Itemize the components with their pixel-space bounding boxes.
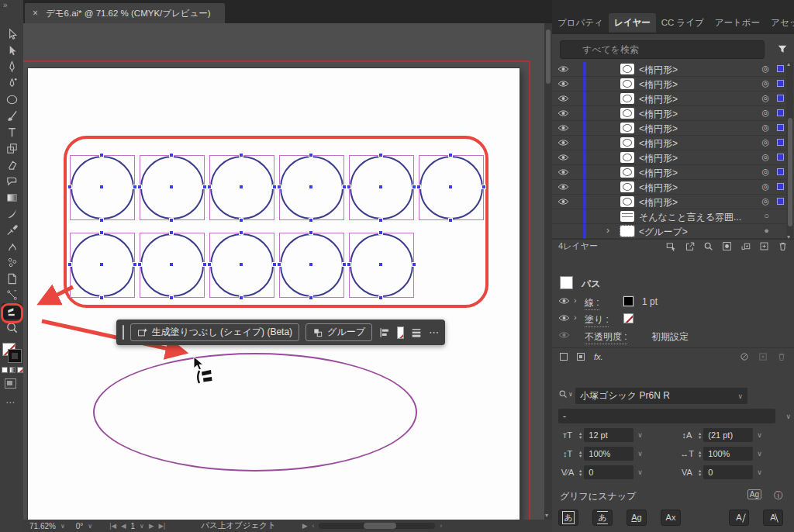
fill-label[interactable]: 塗り : — [585, 313, 609, 327]
horizontal-scrollbar-thumb[interactable] — [364, 523, 396, 529]
layer-name[interactable]: <楕円形> — [639, 152, 678, 165]
layer-row[interactable]: <楕円形>◎ — [552, 180, 794, 195]
glyph-snap-option-2[interactable]: Ag — [627, 510, 647, 526]
layer-thumbnail[interactable] — [620, 226, 634, 237]
selected-circle-object[interactable] — [349, 155, 414, 220]
layers-scrollbar[interactable]: ▴ ▾ — [786, 62, 793, 239]
selected-circle-object[interactable] — [279, 155, 344, 220]
canvas[interactable]: 生成塗りつぶし (シェイプ) (Beta) グループ ⋯ — [23, 23, 544, 520]
selection-chip[interactable] — [777, 95, 784, 102]
target-icon[interactable]: ◎ — [761, 167, 769, 177]
generative-fill-button[interactable]: 生成塗りつぶし (シェイプ) (Beta) — [130, 323, 300, 341]
target-icon[interactable]: ◎ — [761, 64, 769, 74]
tab-CC ライブ[interactable]: CC ライブ — [656, 13, 709, 33]
layer-thumbnail[interactable] — [620, 93, 634, 104]
gradient-tool[interactable] — [0, 189, 23, 206]
layer-name[interactable]: <グループ> — [639, 226, 688, 239]
layers-search-input[interactable] — [560, 40, 765, 59]
twirl-tool[interactable] — [0, 238, 23, 254]
visibility-eye-icon[interactable] — [558, 139, 569, 147]
visibility-eye-icon[interactable] — [558, 65, 569, 73]
layer-thumbnail[interactable] — [620, 196, 634, 207]
target-icon[interactable]: ◎ — [761, 196, 769, 206]
target-icon[interactable]: ● — [764, 226, 769, 235]
layer-name[interactable]: そんなこと言える雰囲... — [639, 211, 741, 224]
target-icon[interactable]: ◎ — [761, 78, 769, 88]
layer-name[interactable]: <楕円形> — [639, 123, 678, 136]
glyph-snap-option-3[interactable]: Ax — [661, 510, 681, 526]
selected-circle-object[interactable] — [70, 233, 135, 298]
layer-thumbnail[interactable] — [620, 78, 634, 89]
glyph-snap-option-0[interactable]: あ — [558, 510, 578, 526]
filter-funnel-icon[interactable] — [777, 43, 788, 54]
target-icon[interactable]: ◎ — [761, 123, 769, 133]
pen-tool[interactable] — [0, 59, 23, 75]
duplicate-item-icon[interactable] — [758, 352, 768, 361]
export-icon[interactable] — [685, 241, 695, 251]
add-stroke-icon[interactable] — [560, 353, 568, 361]
scroll-left-icon[interactable]: ‹ — [312, 522, 315, 530]
selected-circle-object[interactable] — [140, 233, 205, 298]
selected-circle-object[interactable] — [140, 155, 205, 220]
layer-thumbnail[interactable] — [620, 123, 634, 133]
visibility-eye-icon[interactable] — [558, 80, 569, 88]
eyedropper-tool[interactable] — [0, 222, 23, 238]
visibility-eye-icon[interactable] — [558, 124, 569, 132]
selection-chip[interactable] — [777, 154, 784, 161]
layer-row[interactable]: <楕円形>◎ — [552, 121, 794, 136]
vertical-scrollbar-thumb[interactable] — [546, 29, 551, 84]
layer-row[interactable]: <楕円形>◎ — [552, 150, 794, 165]
shaper-tool[interactable] — [0, 173, 23, 189]
layer-row[interactable]: <楕円形>◎ — [552, 62, 794, 77]
layer-row[interactable]: <楕円形>◎ — [552, 195, 794, 209]
layer-thumbnail[interactable] — [620, 137, 634, 148]
artboard[interactable] — [28, 68, 520, 520]
next-page-icon[interactable]: ▶ — [149, 522, 154, 530]
stroke-row[interactable]: › 線 : 1 pt — [552, 293, 794, 310]
first-page-icon[interactable]: |◀ — [109, 522, 116, 530]
layer-name[interactable]: <楕円形> — [639, 108, 678, 121]
selected-circle-object[interactable] — [279, 233, 344, 298]
zoom-level[interactable]: 71.62% — [29, 522, 56, 530]
opacity-row[interactable]: 不透明度 : 初期設定 — [552, 327, 794, 344]
stroke-swatch[interactable] — [9, 350, 21, 362]
add-fill-icon[interactable] — [577, 353, 585, 361]
font-family-field[interactable]: 小塚ゴシック Pr6N R ∨ — [575, 388, 747, 404]
selection-chip[interactable] — [777, 80, 784, 87]
opacity-label[interactable]: 不透明度 : — [585, 330, 627, 344]
stroke-label[interactable]: 線 : — [585, 296, 599, 310]
layer-row[interactable]: そんなこと言える雰囲...○ — [552, 209, 794, 224]
visibility-eye-icon[interactable] — [558, 168, 569, 176]
layer-name[interactable]: <楕円形> — [639, 93, 678, 106]
visibility-eye-icon[interactable] — [558, 183, 569, 191]
layer-name[interactable]: <楕円形> — [639, 196, 678, 209]
knife-tool[interactable] — [0, 206, 23, 222]
eraser-tool[interactable] — [0, 157, 23, 173]
font-style-field[interactable]: - — [558, 409, 775, 423]
rotation-value[interactable]: 0° — [76, 522, 84, 530]
selected-circle-object[interactable] — [419, 155, 484, 220]
document-tab[interactable]: × デモ6.ai* @ 71.62 % (CMYK/プレビュー) — [25, 3, 225, 23]
page-dropdown-icon[interactable]: ∨ — [140, 523, 144, 530]
expand-arrow-icon[interactable]: › — [574, 295, 577, 305]
layer-thumbnail[interactable] — [620, 152, 634, 163]
target-icon[interactable]: ◎ — [761, 152, 769, 162]
status-expand-icon[interactable]: ▶ — [302, 522, 308, 530]
layer-name[interactable]: <楕円形> — [639, 181, 678, 195]
layer-row[interactable]: <楕円形>◎ — [552, 77, 794, 92]
visibility-eye-icon[interactable] — [558, 109, 569, 117]
stroke-weight-icon[interactable] — [410, 326, 423, 339]
scroll-right-icon[interactable]: › — [440, 522, 442, 530]
free-transform-tool[interactable] — [0, 140, 23, 157]
gradient-swatch[interactable] — [9, 367, 16, 373]
layer-row[interactable]: <楕円形>◎ — [552, 136, 794, 150]
layer-row[interactable]: <楕円形>◎ — [552, 92, 794, 106]
layer-name[interactable]: <楕円形> — [639, 167, 678, 180]
visibility-eye-icon[interactable] — [558, 198, 569, 206]
new-sublayer-icon[interactable] — [740, 241, 751, 251]
add-effect-icon[interactable]: fx. — [594, 352, 603, 361]
page-number[interactable]: 1 — [131, 522, 136, 530]
kerning-control[interactable]: V∕A ▴▾ 0∨ — [558, 465, 643, 479]
eye-icon[interactable] — [558, 331, 570, 339]
none-swatch[interactable] — [17, 367, 23, 373]
